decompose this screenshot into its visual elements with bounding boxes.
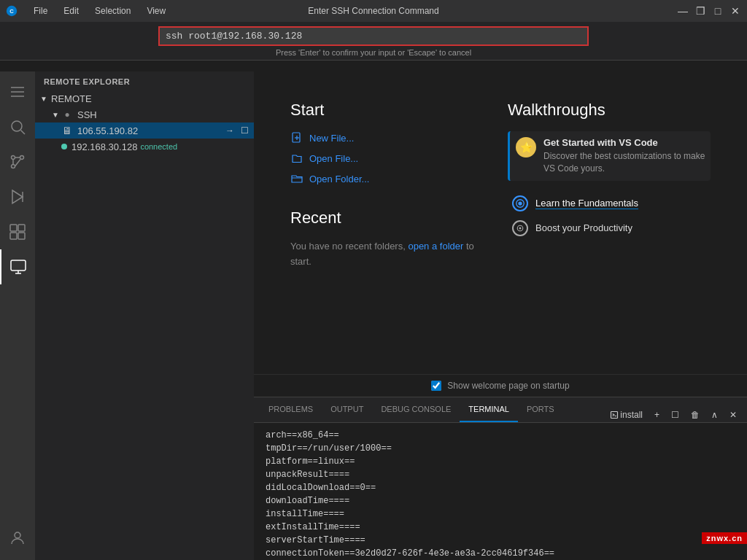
ssh-overlay: ssh root1@192.168.30.128 Press 'Enter' t… bbox=[0, 22, 747, 61]
maximize-button[interactable]: □ bbox=[712, 5, 724, 17]
panel-close-button[interactable]: ✕ bbox=[725, 408, 741, 422]
productivity-icon bbox=[512, 220, 528, 236]
terminal-label[interactable]: install bbox=[605, 408, 647, 422]
sidebar-title: REMOTE EXPLORER bbox=[35, 71, 254, 89]
terminal-label-text: install bbox=[620, 410, 643, 420]
new-file-link[interactable]: New File... bbox=[290, 131, 493, 144]
ssh-hint: Press 'Enter' to confirm your input or '… bbox=[276, 48, 471, 57]
svg-marker-7 bbox=[12, 190, 23, 203]
titlebar-title: Enter SSH Connection Command bbox=[308, 6, 438, 16]
sidebar-section-remote: ▼ REMOTE ▼ ● SSH 🖥 106.55.190.82 → ☐ 192… bbox=[35, 89, 254, 156]
sidebar-item-host1[interactable]: 🖥 106.55.190.82 → ☐ bbox=[35, 122, 254, 139]
svg-point-24 bbox=[519, 227, 522, 229]
walkthroughs-title: Walkthroughs bbox=[508, 101, 711, 120]
titlebar-controls[interactable]: — ❒ □ ✕ bbox=[677, 5, 741, 17]
sidebar-item-ssh[interactable]: ▼ ● SSH bbox=[35, 106, 254, 122]
activity-account[interactable] bbox=[0, 521, 35, 556]
get-started-title: Get Started with VS Code bbox=[543, 137, 706, 148]
activity-run[interactable] bbox=[0, 179, 35, 214]
host1-actions: → ☐ bbox=[223, 124, 251, 137]
walkthrough-fundamentals[interactable]: Learn the Fundamentals bbox=[508, 191, 711, 216]
panel-up-button[interactable]: ∧ bbox=[707, 408, 722, 422]
get-started-desc: Discover the best customizations to make… bbox=[543, 150, 706, 175]
terminal-trash-button[interactable]: 🗑 bbox=[686, 408, 704, 422]
terminal-line-3: unpackResult==== bbox=[266, 468, 735, 481]
open-folder-recent-link[interactable]: open a folder bbox=[408, 241, 463, 252]
svg-point-4 bbox=[12, 156, 15, 160]
walkthroughs-section: Walkthroughs ⭐ Get Started with VS Code … bbox=[508, 101, 711, 270]
terminal-line-8: serverStartTime==== bbox=[266, 534, 735, 547]
tab-debug-console[interactable]: DEBUG CONSOLE bbox=[372, 397, 460, 422]
tab-ports[interactable]: PORTS bbox=[518, 397, 563, 422]
host1-connect[interactable]: → bbox=[223, 124, 236, 137]
terminal-line-4: didLocalDownload==0== bbox=[266, 481, 735, 494]
menu-view[interactable]: View bbox=[144, 4, 169, 18]
menu-selection[interactable]: Selection bbox=[92, 4, 133, 18]
svg-rect-12 bbox=[18, 233, 25, 239]
watermark: znwx.cn bbox=[702, 532, 747, 544]
terminal-content: arch==x86_64== tmpDir==/run/user/1000== … bbox=[254, 423, 747, 560]
productivity-title: Boost your Productivity bbox=[535, 222, 632, 233]
welcome-panel: Start New File... bbox=[254, 71, 747, 374]
svg-rect-11 bbox=[10, 233, 17, 239]
open-file-link[interactable]: Open File... bbox=[290, 152, 493, 165]
svg-rect-13 bbox=[11, 260, 26, 271]
sidebar-item-host2[interactable]: 192.168.30.128 connected bbox=[35, 139, 254, 155]
show-welcome-checkbox[interactable] bbox=[431, 381, 441, 391]
terminal-line-6: installTime==== bbox=[266, 508, 735, 521]
remote-label: REMOTE bbox=[51, 93, 92, 104]
vscode-logo: C bbox=[6, 5, 18, 17]
svg-line-3 bbox=[21, 131, 26, 135]
host2-label: 192.168.30.128 bbox=[71, 141, 137, 152]
menu-edit[interactable]: Edit bbox=[61, 4, 82, 18]
welcome-footer: Show welcome page on startup bbox=[254, 374, 747, 397]
host1-label: 106.55.190.82 bbox=[77, 125, 138, 136]
show-welcome-label: Show welcome page on startup bbox=[447, 381, 569, 391]
terminal-line-9: connectionToken==3e2d0d27-626f-4e3e-ae3a… bbox=[266, 547, 735, 560]
computer-icon-1: 🖥 bbox=[61, 125, 73, 136]
walkthrough-productivity[interactable]: Boost your Productivity bbox=[508, 216, 711, 241]
activity-remote-explorer[interactable] bbox=[0, 249, 35, 284]
sidebar-item-remote[interactable]: ▼ REMOTE bbox=[35, 90, 254, 106]
sidebar: REMOTE EXPLORER ▼ REMOTE ▼ ● SSH 🖥 106.5… bbox=[35, 71, 254, 560]
minimize-button[interactable]: — bbox=[677, 5, 689, 17]
start-title: Start bbox=[290, 101, 493, 120]
host1-settings[interactable]: ☐ bbox=[238, 124, 251, 137]
connected-indicator bbox=[61, 144, 67, 149]
ssh-input[interactable]: ssh root1@192.168.30.128 bbox=[158, 26, 589, 46]
activity-search[interactable] bbox=[0, 109, 35, 144]
open-file-icon bbox=[290, 152, 303, 165]
tree-arrow-remote: ▼ bbox=[38, 93, 50, 104]
tab-output[interactable]: OUTPUT bbox=[322, 397, 372, 422]
restore-button[interactable]: ❒ bbox=[694, 5, 706, 17]
menu-file[interactable]: File bbox=[31, 4, 50, 18]
activity-bar bbox=[0, 71, 35, 560]
svg-text:C: C bbox=[9, 8, 14, 15]
activity-source-control[interactable] bbox=[0, 144, 35, 179]
svg-rect-9 bbox=[10, 225, 17, 231]
titlebar-menu[interactable]: C File Edit Selection View bbox=[6, 4, 169, 18]
connected-text: connected bbox=[140, 142, 177, 151]
tab-problems[interactable]: PROBLEMS bbox=[260, 397, 322, 422]
walkthrough-get-started[interactable]: ⭐ Get Started with VS Code Discover the … bbox=[508, 131, 711, 181]
terminal-line-5: downloadTime==== bbox=[266, 494, 735, 508]
add-terminal-button[interactable]: + bbox=[650, 408, 664, 422]
activity-extensions[interactable] bbox=[0, 214, 35, 249]
titlebar: C File Edit Selection View Enter SSH Con… bbox=[0, 0, 747, 22]
svg-rect-10 bbox=[18, 225, 25, 231]
tab-terminal[interactable]: TERMINAL bbox=[460, 397, 518, 422]
terminal-line-0: arch==x86_64== bbox=[266, 429, 735, 442]
svg-point-2 bbox=[12, 121, 22, 131]
recent-title: Recent bbox=[290, 209, 493, 228]
new-file-icon bbox=[290, 131, 303, 144]
svg-point-16 bbox=[15, 532, 20, 538]
ssh-label: SSH bbox=[77, 109, 97, 120]
terminal-icon bbox=[610, 411, 619, 419]
activity-explorer[interactable] bbox=[0, 74, 35, 109]
close-button[interactable]: ✕ bbox=[729, 5, 741, 17]
svg-point-5 bbox=[20, 156, 24, 160]
open-file-label: Open File... bbox=[309, 153, 358, 164]
terminal-split-button[interactable]: ☐ bbox=[667, 408, 684, 422]
activity-settings[interactable] bbox=[0, 556, 35, 560]
open-folder-link[interactable]: Open Folder... bbox=[290, 172, 493, 185]
